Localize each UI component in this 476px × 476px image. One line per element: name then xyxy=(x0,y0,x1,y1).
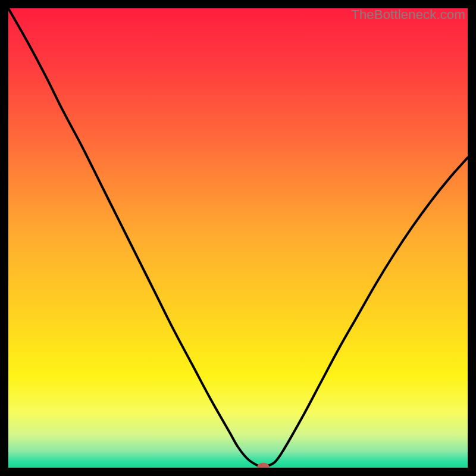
bottleneck-chart xyxy=(8,8,468,468)
chart-frame: TheBottleneck.com xyxy=(8,8,468,468)
watermark-text: TheBottleneck.com xyxy=(351,7,465,23)
chart-background xyxy=(8,8,468,468)
